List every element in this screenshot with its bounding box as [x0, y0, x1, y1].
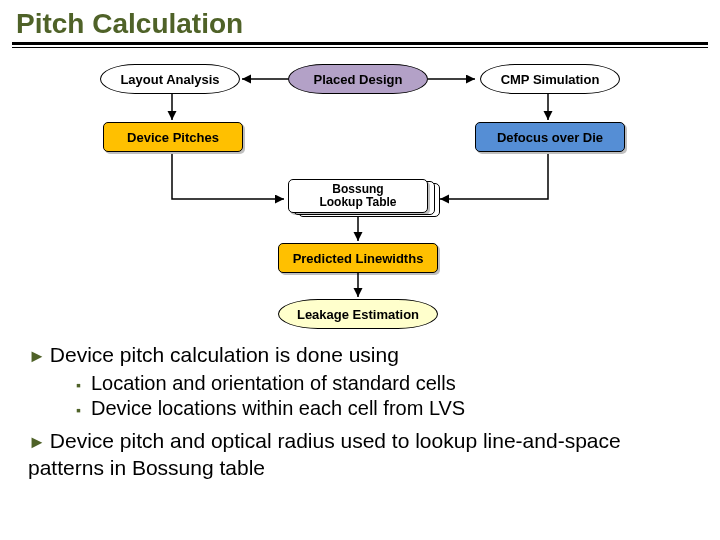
bullet-1-text: Device pitch calculation is done using [50, 343, 399, 366]
node-leakage-estimation: Leakage Estimation [278, 299, 438, 329]
node-device-pitches: Device Pitches [103, 122, 243, 152]
bullet-2: ►Device pitch and optical radius used to… [28, 428, 696, 482]
bullet-area: ►Device pitch calculation is done using … [0, 334, 720, 482]
title-underline [12, 42, 708, 48]
bullet-1a: Location and orientation of standard cel… [76, 371, 696, 397]
node-placed-design: Placed Design [288, 64, 428, 94]
flow-diagram: Layout Analysis Placed Design CMP Simula… [20, 54, 700, 334]
node-predicted-linewidths: Predicted Linewidths [278, 243, 438, 273]
bossung-line2: Lookup Table [319, 196, 396, 209]
triangle-bullet-icon: ► [28, 346, 46, 366]
bullet-1b: Device locations within each cell from L… [76, 396, 696, 422]
bullet-2-text: Device pitch and optical radius used to … [28, 429, 621, 479]
node-defocus-over-die: Defocus over Die [475, 122, 625, 152]
node-cmp-simulation: CMP Simulation [480, 64, 620, 94]
triangle-bullet-icon: ► [28, 432, 46, 452]
node-bossung-lookup-stack: Bossung Lookup Table [288, 179, 438, 219]
bullet-1: ►Device pitch calculation is done using [28, 342, 696, 369]
node-layout-analysis: Layout Analysis [100, 64, 240, 94]
page-title: Pitch Calculation [0, 0, 720, 42]
